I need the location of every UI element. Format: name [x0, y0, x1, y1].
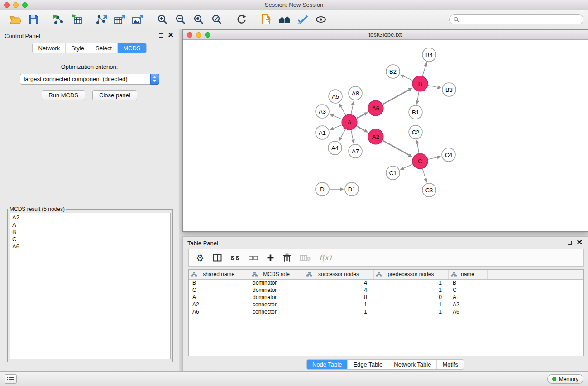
export-image-button[interactable] — [129, 12, 147, 27]
graph-edge[interactable] — [404, 76, 413, 81]
layout-refresh-button[interactable] — [233, 12, 251, 27]
network-window-titlebar[interactable]: testGlobe.txt — [183, 30, 588, 40]
graph-edge[interactable] — [357, 114, 364, 118]
graph-edge[interactable] — [333, 116, 342, 119]
network-graph[interactable]: AA6A2BCA5A8A3A1A4A7B2B4B3B1C2C4C1C3DD1 — [183, 40, 588, 231]
graph-node-label: C4 — [445, 152, 453, 158]
table-cell: dominator — [249, 294, 304, 301]
graph-edge[interactable] — [383, 141, 409, 155]
zoom-selected-button[interactable] — [208, 12, 226, 27]
home-button[interactable] — [276, 12, 294, 27]
criterion-dropdown[interactable]: largest connected component (directed) — [20, 74, 159, 85]
delete-column-button[interactable] — [283, 253, 291, 262]
graph-edge[interactable] — [422, 169, 425, 179]
float-panel-icon[interactable] — [159, 33, 163, 38]
column-header-successor-nodes[interactable]: successor nodes — [304, 270, 373, 279]
save-session-button[interactable] — [24, 12, 43, 27]
function-builder-button[interactable]: f(x) — [319, 253, 331, 262]
table-cell: B — [448, 279, 487, 286]
first-neighbors-button[interactable] — [258, 12, 276, 27]
column-header-predecessor-nodes[interactable]: predecessor nodes — [373, 270, 448, 279]
column-header-name[interactable]: name — [448, 270, 487, 279]
task-history-button[interactable] — [5, 374, 17, 384]
network-minimize-button[interactable] — [196, 32, 201, 38]
table-options-button[interactable]: ⚙ — [196, 253, 204, 262]
tab-style[interactable]: Style — [66, 43, 90, 53]
tab-select[interactable]: Select — [90, 43, 118, 53]
graph-node-label: B2 — [389, 68, 397, 75]
zoom-window-button[interactable] — [22, 2, 28, 8]
minimize-window-button[interactable] — [13, 2, 19, 8]
import-table-button[interactable] — [67, 12, 86, 27]
graph-edge[interactable] — [428, 86, 438, 87]
graph-node-label: C — [418, 158, 422, 165]
float-panel-icon[interactable] — [568, 241, 572, 245]
tab-motifs[interactable]: Motifs — [437, 360, 464, 369]
close-panel-icon[interactable]: ✕ — [168, 33, 174, 38]
network-close-button[interactable] — [187, 32, 192, 38]
zoom-out-button[interactable] — [172, 12, 190, 27]
result-item[interactable]: A — [12, 221, 168, 229]
table-row[interactable]: Cdominator41C — [189, 286, 583, 294]
graph-edge[interactable] — [404, 164, 413, 168]
result-item[interactable]: B — [12, 229, 168, 236]
graph-edge[interactable] — [417, 92, 419, 101]
dropdown-stepper-icon[interactable] — [150, 74, 159, 85]
export-network-button[interactable] — [92, 12, 110, 27]
tab-mcds[interactable]: MCDS — [118, 43, 146, 53]
graph-edge[interactable] — [341, 107, 345, 115]
result-item[interactable]: A6 — [12, 243, 168, 250]
unselect-all-button[interactable] — [249, 255, 258, 261]
result-item[interactable]: A2 — [12, 214, 168, 221]
graph-edge[interactable] — [341, 129, 345, 138]
graph-edge-arrow — [437, 86, 442, 89]
tab-node-table[interactable]: Node Table — [307, 360, 348, 369]
graph-edge[interactable] — [428, 157, 437, 159]
tab-edge-table[interactable]: Edge Table — [348, 360, 388, 369]
network-zoom-button[interactable] — [205, 32, 210, 38]
close-panel-button[interactable]: Close panel — [92, 90, 137, 100]
network-canvas[interactable]: AA6A2BCA5A8A3A1A4A7B2B4B3B1C2C4C1C3DD1 — [183, 40, 588, 231]
zoom-fit-button[interactable] — [190, 12, 208, 27]
table-row[interactable]: Adominator80A — [189, 294, 583, 301]
result-item[interactable]: C — [12, 236, 168, 243]
table-row[interactable]: A2connector11A2 — [189, 301, 583, 308]
table-row[interactable]: Bdominator41B — [189, 279, 583, 286]
graph-edge[interactable] — [383, 90, 409, 105]
graph-edge[interactable] — [351, 105, 353, 114]
graph-edge[interactable] — [422, 66, 425, 76]
graphics-details-button[interactable] — [294, 12, 312, 27]
column-header-shared-name[interactable]: shared name — [189, 270, 249, 279]
open-session-button[interactable] — [6, 12, 24, 27]
import-network-button[interactable] — [49, 12, 67, 27]
mcds-result-list[interactable]: A2ABCA6 — [10, 213, 171, 359]
tab-network[interactable]: Network — [33, 43, 66, 53]
graph-edge[interactable] — [333, 125, 342, 128]
delete-table-button[interactable] — [300, 254, 311, 261]
network-window-title: testGlobe.txt — [183, 30, 588, 39]
zoom-in-button[interactable] — [153, 12, 172, 27]
resize-handle[interactable] — [582, 223, 587, 231]
run-mcds-button[interactable]: Run MCDS — [42, 90, 85, 100]
close-panel-icon[interactable]: ✕ — [577, 240, 583, 245]
export-table-button[interactable] — [110, 12, 129, 27]
graph-edge[interactable] — [351, 130, 353, 140]
tab-network-table[interactable]: Network Table — [388, 360, 437, 369]
search-box[interactable] — [449, 14, 583, 24]
create-column-button[interactable] — [267, 254, 274, 262]
memory-button[interactable]: Memory — [547, 374, 583, 384]
search-input[interactable] — [461, 16, 579, 23]
graph-edge[interactable] — [417, 144, 419, 153]
birdseye-view-button[interactable] — [312, 12, 330, 27]
column-header-mcds-role[interactable]: MCDS role — [249, 270, 304, 279]
select-all-button[interactable] — [230, 255, 240, 261]
table-row[interactable]: A6connector11A6 — [189, 308, 583, 315]
graph-node-label: C1 — [389, 170, 397, 176]
table-cell — [487, 308, 583, 315]
table-cell: A — [189, 294, 249, 301]
graph-node-label: A7 — [352, 148, 359, 155]
show-columns-button[interactable] — [213, 254, 222, 262]
table-cell: 4 — [304, 279, 373, 286]
close-window-button[interactable] — [4, 2, 10, 8]
graph-edge[interactable] — [357, 126, 365, 131]
